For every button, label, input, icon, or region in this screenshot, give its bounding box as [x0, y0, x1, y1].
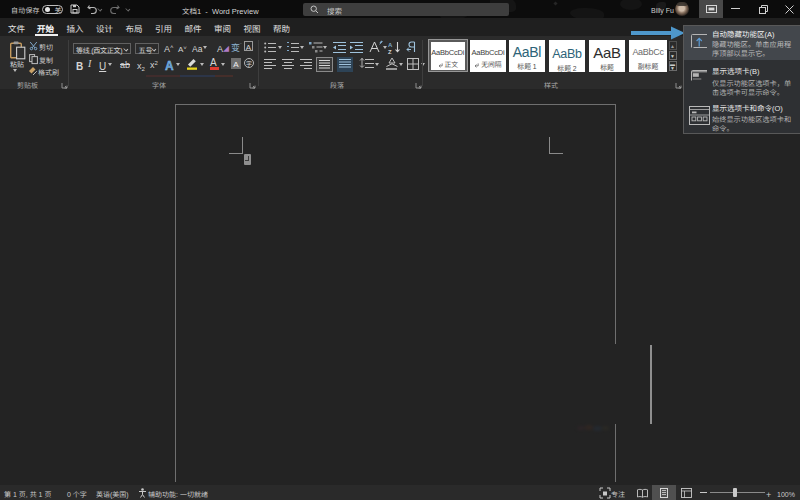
svg-text:Z: Z	[388, 47, 392, 56]
